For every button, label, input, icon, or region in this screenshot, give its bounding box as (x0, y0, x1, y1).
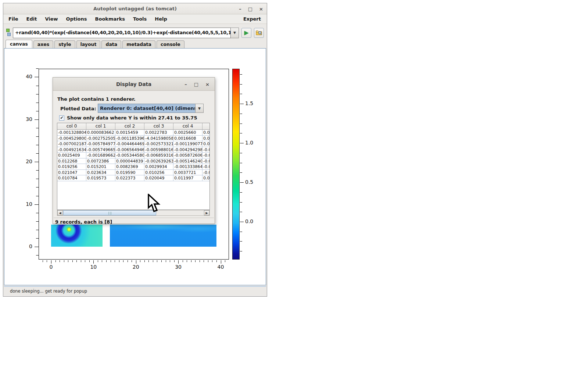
heatmap-strip-left[interactable] (51, 225, 103, 247)
data-table[interactable]: col 0col 1col 2col 3col 4 -0.001328804..… (57, 123, 210, 210)
table-cell[interactable]: -0.002573321... (144, 141, 173, 147)
dialog-titlebar[interactable]: Display Data – □ × (53, 78, 215, 91)
table-cell[interactable]: 0.0025660 (173, 130, 202, 136)
table-cell[interactable]: -0.004529800... (57, 136, 86, 142)
table-row[interactable]: 0.0192560.0152010.00823690.0029934-0.001… (57, 164, 209, 170)
table-cell[interactable]: -0.005784977... (86, 141, 115, 147)
table-cell[interactable]: 0.022373 (115, 175, 144, 181)
table-row[interactable]: 0.0025409-0.001689662...-0.005344580...-… (57, 153, 209, 158)
table-cell[interactable]: 0.00 (202, 141, 209, 147)
table-cell[interactable]: -0.0 (202, 147, 209, 153)
go-button[interactable]: ▶ (241, 28, 251, 38)
table-header-cell[interactable]: col 4 (173, 123, 202, 130)
table-cell[interactable]: 0.020049 (144, 175, 173, 181)
tab-metadata[interactable]: metadata (122, 40, 155, 48)
menu-item-view[interactable]: View (41, 16, 62, 22)
table-header-cell[interactable] (202, 123, 209, 130)
menu-item-options[interactable]: Options (62, 16, 91, 22)
table-cell[interactable]: 0.000083662 (86, 130, 115, 136)
table-cell[interactable]: 0.0015459 (115, 130, 144, 136)
scroll-right-button[interactable]: ▶ (204, 210, 209, 215)
table-cell[interactable]: 0.000044839 (115, 158, 144, 164)
plotted-data-combobox[interactable]: Renderer 0: dataset[40,40] (dimension...… (98, 104, 204, 113)
menu-item-file[interactable]: File (8, 16, 22, 22)
tab-console[interactable]: console (157, 40, 184, 48)
table-cell[interactable]: -0.002752505... (86, 136, 115, 142)
table-cell[interactable]: -0.005749665... (86, 147, 115, 153)
table-cell[interactable]: 0.0016608 (173, 136, 202, 142)
table-cell[interactable]: -0.001185396... (115, 136, 144, 142)
display-data-dialog[interactable]: Display Data – □ × The plot contains 1 r… (53, 77, 215, 224)
table-header-cell[interactable]: col 1 (86, 123, 115, 130)
table-cell[interactable]: 0.015201 (86, 164, 115, 170)
table-cell[interactable]: -0.0 (202, 170, 209, 176)
table-cell[interactable]: -0.002639263... (144, 158, 173, 164)
dialog-close-button[interactable]: × (205, 82, 209, 87)
uri-input[interactable]: +rand(40,40)*(exp(-distance(40,40,20,20,… (13, 28, 231, 38)
table-cell[interactable]: 0.019256 (57, 164, 86, 170)
table-cell[interactable]: 0.019590 (115, 170, 144, 176)
table-cell[interactable]: -0.001333864... (173, 164, 202, 170)
colorbar[interactable] (232, 69, 240, 260)
table-header-cell[interactable]: col 3 (144, 123, 173, 130)
table-header-cell[interactable]: col 0 (57, 123, 86, 130)
scrollbar-track[interactable] (63, 210, 204, 215)
table-cell[interactable]: -0.007002187... (57, 141, 86, 147)
table-cell[interactable]: -0.0 (202, 164, 209, 170)
table-row[interactable]: -0.001328804...0.0000836620.00154590.002… (57, 130, 209, 136)
close-button[interactable]: × (259, 7, 263, 11)
table-cell[interactable]: 0.0022783 (144, 130, 173, 136)
table-cell[interactable]: 0.0082369 (115, 164, 144, 170)
inspect-uri-button[interactable] (254, 28, 264, 38)
tab-axes[interactable]: axes (33, 40, 53, 48)
table-cell[interactable]: -0.005872606... (173, 153, 202, 158)
minimize-button[interactable]: – (239, 7, 241, 11)
table-cell[interactable]: 0.0025409 (57, 153, 86, 158)
table-cell[interactable]: 0.0037721 (173, 170, 202, 176)
menu-item-bookmarks[interactable]: Bookmarks (91, 16, 129, 22)
table-row[interactable]: -0.004529800...-0.002752505...-0.0011853… (57, 136, 209, 142)
filter-checkbox[interactable]: ✔ (59, 115, 64, 121)
table-cell[interactable]: -0.001199077... (173, 141, 202, 147)
heatmap-strip-right[interactable] (110, 225, 216, 247)
scrollbar-thumb[interactable] (63, 210, 156, 215)
table-cell[interactable]: -0.001328804... (57, 130, 86, 136)
table-cell[interactable]: -0.005146240... (173, 158, 202, 164)
table-cell[interactable]: -0.001689662... (86, 153, 115, 158)
table-cell[interactable]: -0.005344580... (115, 153, 144, 158)
table-cell[interactable]: -0.005988016... (144, 147, 173, 153)
tab-data[interactable]: data (101, 40, 121, 48)
menu-item-edit[interactable]: Edit (22, 16, 41, 22)
combobox-arrow-button[interactable]: ▼ (195, 104, 204, 113)
table-cell[interactable]: 0.012268 (57, 158, 86, 164)
tab-canvas[interactable]: canvas (6, 40, 32, 48)
table-cell[interactable]: 0.0072386 (86, 158, 115, 164)
horizontal-scrollbar[interactable]: ◀ ▶ (57, 210, 210, 216)
table-cell[interactable]: -0.0 (202, 158, 209, 164)
datasource-type-icon[interactable] (6, 28, 11, 37)
table-cell[interactable]: -4.041598058... (144, 136, 173, 142)
uri-dropdown-button[interactable]: ▼ (231, 28, 239, 38)
menu-item-tools[interactable]: Tools (129, 16, 151, 22)
table-row[interactable]: 0.0210470.0236340.0195900.0102560.003772… (57, 170, 209, 176)
table-row[interactable]: 0.0122680.00723860.000044839-0.002639263… (57, 158, 209, 164)
table-cell[interactable]: -0.004294298... (173, 147, 202, 153)
table-row[interactable]: -0.007002187...-0.005784977...-0.0044644… (57, 141, 209, 147)
window-titlebar[interactable]: Autoplot untagged (as tomcat) – □ × (3, 3, 267, 14)
menu-item-help[interactable]: Help (151, 16, 171, 22)
maximize-button[interactable]: □ (248, 7, 252, 11)
table-header-cell[interactable]: col 2 (115, 123, 144, 130)
table-cell[interactable]: 0.019573 (86, 175, 115, 181)
table-cell[interactable]: 0.021047 (57, 170, 86, 176)
table-cell[interactable]: 0.011997 (173, 175, 202, 181)
table-cell[interactable]: 0.023634 (86, 170, 115, 176)
table-cell[interactable]: -0.006564946... (115, 147, 144, 153)
tab-style[interactable]: style (54, 40, 75, 48)
menu-item-expert[interactable]: Expert (243, 16, 262, 22)
table-cell[interactable]: 0.0029934 (144, 164, 173, 170)
table-cell[interactable]: 0.010784 (57, 175, 86, 181)
table-cell[interactable]: -0.0 (202, 153, 209, 158)
table-cell[interactable]: 0.00 (202, 130, 209, 136)
table-cell[interactable]: 0.010256 (144, 170, 173, 176)
dialog-maximize-button[interactable]: □ (194, 82, 198, 87)
